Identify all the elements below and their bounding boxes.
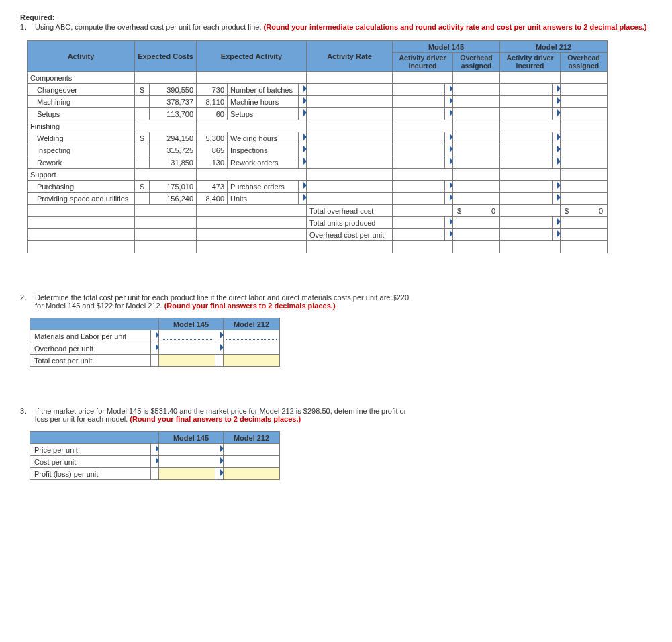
row-total-overhead-cost: Total overhead cost $0 $0 [28, 205, 608, 217]
q1-number: 1. [20, 23, 35, 31]
row-cost-per-unit: Cost per unit [30, 456, 280, 468]
header-row-1: Activity Expected Costs Expected Activit… [28, 41, 608, 53]
row-profit-loss-per-unit: Profit (loss) per unit [30, 468, 280, 480]
group-components: Components [28, 72, 608, 84]
row-blank [28, 241, 608, 253]
total-cost-table: Model 145 Model 212 Materials and Labor … [30, 318, 280, 367]
row-welding: Welding $ 294,150 5,300 Welding hours [28, 132, 608, 144]
q2-text: Determine the total cost per unit for ea… [35, 293, 411, 310]
profit-loss-table: Model 145 Model 212 Price per unit Cost … [30, 431, 280, 480]
row-setups: Setups 113,700 60 Setups [28, 108, 608, 120]
question-1: Required: 1. Using ABC, compute the over… [20, 13, 652, 253]
dropdown-indicator-icon[interactable] [553, 84, 561, 96]
q2-number: 2. [20, 293, 35, 310]
header-row: Model 145 Model 212 [30, 318, 280, 330]
row-price-per-unit: Price per unit [30, 444, 280, 456]
dropdown-indicator-icon[interactable] [445, 84, 453, 96]
q3-number: 3. [20, 407, 35, 423]
row-total-cost-per-unit: Total cost per unit [30, 355, 280, 367]
row-changeover: Changeover $ 390,550 730 Number of batch… [28, 84, 608, 96]
row-overhead-per-unit: Overhead per unit [30, 342, 280, 355]
required-label: Required: [20, 13, 652, 21]
row-overhead-cost-per-unit: Overhead cost per unit [28, 229, 608, 241]
header-row: Model 145 Model 212 [30, 432, 280, 444]
row-providing-space: Providing space and utilities 156,240 8,… [28, 193, 608, 205]
row-total-units-produced: Total units produced [28, 217, 608, 229]
group-finishing: Finishing [28, 120, 608, 132]
row-purchasing: Purchasing $ 175,010 473 Purchase orders [28, 181, 608, 193]
row-rework: Rework 31,850 130 Rework orders [28, 156, 608, 169]
row-inspecting: Inspecting 315,725 865 Inspections [28, 144, 608, 156]
dropdown-indicator-icon[interactable] [299, 84, 307, 96]
group-support: Support [28, 169, 608, 181]
input-cell[interactable] [307, 84, 393, 96]
row-machining: Machining 378,737 8,110 Machine hours [28, 96, 608, 108]
question-2: 2. Determine the total cost per unit for… [20, 293, 652, 367]
abc-overhead-table: Activity Expected Costs Expected Activit… [27, 40, 608, 253]
row-materials-labor: Materials and Labor per unit [30, 330, 280, 342]
q1-text: Using ABC, compute the overhead cost per… [35, 23, 652, 31]
question-3: 3. If the market price for Model 145 is … [20, 407, 652, 480]
q3-text: If the market price for Model 145 is $53… [35, 407, 411, 423]
